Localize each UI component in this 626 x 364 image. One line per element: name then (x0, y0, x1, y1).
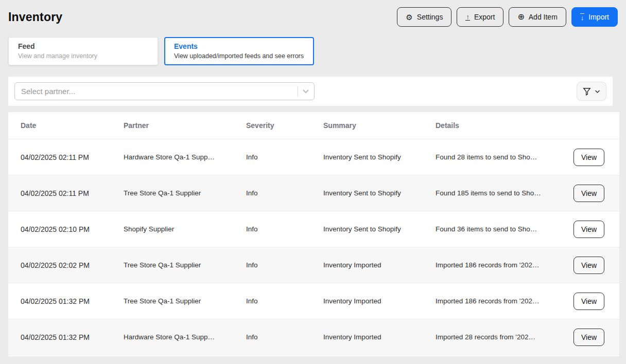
settings-button-label: Settings (417, 13, 443, 21)
settings-button[interactable]: ⚙ Settings (397, 7, 451, 27)
chevron-down-icon (595, 89, 600, 94)
cell-partner: Hardware Store Qa-1 Supp… (124, 333, 246, 341)
cell-partner: Hardware Store Qa-1 Supp… (124, 153, 246, 161)
partner-select[interactable]: Select partner... (14, 82, 315, 100)
import-button[interactable]: ↓ Import (571, 7, 618, 27)
table-row: 04/02/2025 02:10 PM Shopify Supplier Inf… (8, 211, 619, 247)
cell-summary: Inventory Sent to Shopify (323, 225, 436, 233)
import-icon: ↓ (580, 13, 585, 21)
view-button[interactable]: View (573, 329, 604, 346)
view-tabs: Feed View and manage inventory Events Vi… (0, 27, 626, 65)
cell-date: 04/02/2025 02:02 PM (21, 261, 124, 269)
table-row: 04/02/2025 02:11 PM Hardware Store Qa-1 … (8, 139, 619, 175)
chevron-down-icon (302, 89, 309, 94)
add-item-button[interactable]: ⊕ Add Item (509, 7, 566, 27)
cell-summary: Inventory Imported (323, 333, 436, 341)
cell-partner: Tree Store Qa-1 Supplier (124, 261, 246, 269)
cell-details: Found 28 items to send to Sho… (436, 153, 559, 161)
cell-date: 04/02/2025 01:32 PM (21, 333, 124, 341)
view-button[interactable]: View (573, 257, 604, 274)
select-divider (298, 86, 298, 97)
funnel-icon (583, 87, 591, 96)
cell-date: 04/02/2025 02:11 PM (21, 189, 124, 197)
cell-date: 04/02/2025 02:11 PM (21, 153, 124, 161)
add-item-button-label: Add Item (529, 13, 558, 21)
cell-severity: Info (246, 261, 323, 269)
cell-details: Imported 186 records from '202… (436, 297, 559, 305)
table-row: 04/02/2025 01:32 PM Tree Store Qa-1 Supp… (8, 283, 619, 319)
column-header-date: Date (21, 121, 124, 130)
cell-details: Imported 28 records from '202… (436, 333, 559, 341)
events-table: Date Partner Severity Summary Details 04… (8, 112, 619, 356)
cell-summary: Inventory Sent to Shopify (323, 153, 436, 161)
tab-feed[interactable]: Feed View and manage inventory (8, 37, 158, 65)
import-button-label: Import (588, 13, 609, 21)
header-actions: ⚙ Settings ↑ Export ⊕ Add Item ↓ Import (397, 7, 618, 27)
table-row: 04/02/2025 01:32 PM Hardware Store Qa-1 … (8, 319, 619, 355)
add-item-icon: ⊕ (517, 13, 524, 21)
cell-summary: Inventory Sent to Shopify (323, 189, 436, 197)
filter-button[interactable] (577, 82, 606, 101)
tab-events[interactable]: Events View uploaded/imported feeds and … (164, 37, 314, 65)
filter-bar: Select partner... (8, 77, 613, 106)
cell-summary: Inventory Imported (323, 297, 436, 305)
gear-icon: ⚙ (406, 13, 412, 21)
export-icon: ↑ (465, 13, 470, 21)
table-body: 04/02/2025 02:11 PM Hardware Store Qa-1 … (8, 139, 619, 355)
partner-select-placeholder: Select partner... (21, 87, 298, 96)
table-row: 04/02/2025 02:02 PM Tree Store Qa-1 Supp… (8, 247, 619, 283)
cell-partner: Tree Store Qa-1 Supplier (124, 297, 246, 305)
view-button[interactable]: View (573, 221, 604, 238)
export-button[interactable]: ↑ Export (457, 7, 503, 27)
cell-details: Found 185 items to send to Sho… (436, 189, 559, 197)
cell-summary: Inventory Imported (323, 261, 436, 269)
cell-severity: Info (246, 297, 323, 305)
cell-date: 04/02/2025 01:32 PM (21, 297, 124, 305)
cell-severity: Info (246, 225, 323, 233)
column-header-summary: Summary (323, 121, 436, 130)
cell-details: Found 36 items to send to Sho… (436, 225, 559, 233)
tab-events-description: View uploaded/imported feeds and see err… (174, 52, 304, 60)
page-header: Inventory ⚙ Settings ↑ Export ⊕ Add Item… (0, 0, 626, 27)
table-row: 04/02/2025 02:11 PM Tree Store Qa-1 Supp… (8, 175, 619, 211)
tab-events-label: Events (174, 42, 304, 50)
cell-details: Imported 186 records from '202… (436, 261, 559, 269)
column-header-partner: Partner (124, 121, 246, 130)
tab-feed-description: View and manage inventory (18, 52, 148, 60)
cell-severity: Info (246, 333, 323, 341)
column-header-details: Details (436, 121, 559, 130)
cell-date: 04/02/2025 02:10 PM (21, 225, 124, 233)
column-header-severity: Severity (246, 121, 323, 130)
page-title: Inventory (8, 10, 62, 24)
export-button-label: Export (474, 13, 495, 21)
cell-partner: Tree Store Qa-1 Supplier (124, 189, 246, 197)
cell-partner: Shopify Supplier (124, 225, 246, 233)
cell-severity: Info (246, 153, 323, 161)
view-button[interactable]: View (573, 293, 604, 310)
view-button[interactable]: View (573, 185, 604, 202)
view-button[interactable]: View (573, 149, 604, 166)
cell-severity: Info (246, 189, 323, 197)
tab-feed-label: Feed (18, 42, 148, 50)
table-header-row: Date Partner Severity Summary Details (8, 112, 619, 139)
